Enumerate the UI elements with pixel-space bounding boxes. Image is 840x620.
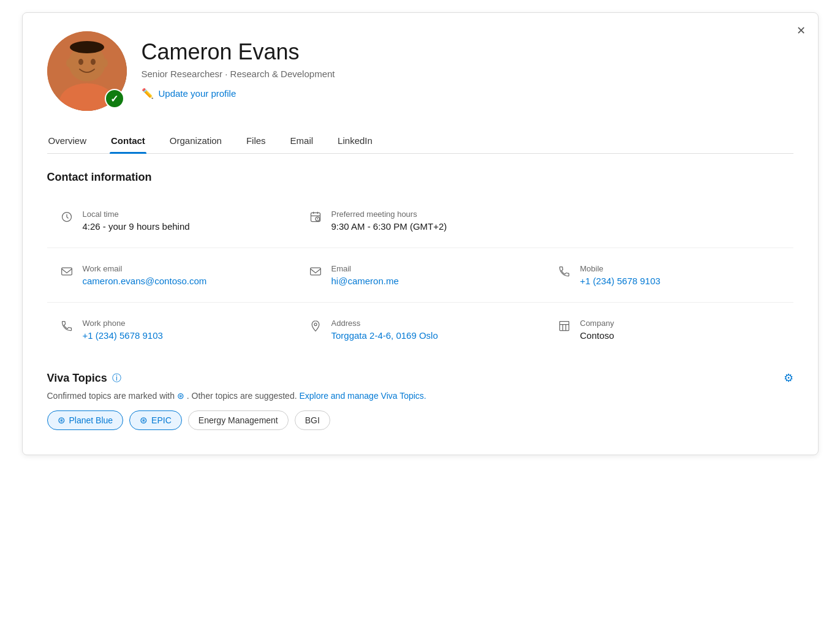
profile-subtitle: Senior Researchesr · Research & Developm… [142, 69, 335, 79]
svg-point-5 [70, 41, 104, 53]
divider1 [47, 248, 793, 248]
contact-section-heading: Contact information [47, 171, 793, 184]
contact-section: Contact information Local time 4:26 - yo… [47, 171, 793, 352]
workphone-label: Work phone [83, 319, 163, 328]
email-label: Email [331, 264, 399, 273]
divider2 [47, 302, 793, 303]
topic-label-planetblue: Planet Blue [69, 415, 113, 425]
work-email-icon [59, 265, 74, 281]
viva-settings-icon[interactable]: ⚙ [784, 371, 793, 385]
contact-item-workemail: Work email cameron.evans@contoso.com [47, 253, 296, 297]
contact-item-company: Company Contoso [545, 308, 793, 352]
workphone-value[interactable]: +1 (234) 5678 9103 [83, 330, 163, 341]
update-profile-button[interactable]: ✏️ Update your profile [142, 88, 335, 99]
topics-row: ⊛ Planet Blue ⊛ EPIC Energy Management B… [47, 410, 793, 430]
viva-topics-section: Viva Topics ⓘ ⚙ Confirmed topics are mar… [47, 371, 793, 430]
topic-chip-epic[interactable]: ⊛ EPIC [129, 410, 182, 430]
tab-contact[interactable]: Contact [110, 129, 146, 153]
explore-viva-link[interactable]: Explore and manage Viva Topics. [299, 391, 426, 401]
topic-label-energymgmt: Energy Management [199, 415, 278, 425]
svg-point-4 [91, 59, 96, 65]
building-icon [557, 320, 572, 335]
close-button[interactable]: ✕ [796, 24, 806, 37]
confirmed-icon-inline: ⊛ [177, 391, 184, 401]
topic-chip-energymgmt[interactable]: Energy Management [188, 410, 289, 430]
contact-item-address: Address Torggata 2-4-6, 0169 Oslo [296, 308, 545, 352]
workemail-label: Work email [83, 264, 207, 273]
profile-card: ✕ [22, 12, 819, 455]
contact-item-workphone: Work phone +1 (234) 5678 9103 [47, 308, 296, 352]
workphone-icon [59, 320, 74, 335]
calendar-clock-icon [308, 211, 323, 226]
viva-description: Confirmed topics are marked with ⊛ . Oth… [47, 391, 793, 401]
workemail-value[interactable]: cameron.evans@contoso.com [83, 276, 207, 286]
viva-topics-title: Viva Topics [47, 372, 107, 385]
contact-grid-row3: Work phone +1 (234) 5678 9103 Address To… [47, 308, 793, 352]
mobile-icon [557, 265, 572, 281]
tab-linkedin[interactable]: LinkedIn [336, 129, 374, 153]
email-value[interactable]: hi@cameron.me [331, 276, 399, 286]
contact-grid-row1: Local time 4:26 - your 9 hours behind Pr… [47, 198, 793, 243]
address-label: Address [331, 319, 438, 328]
topic-confirmed-icon: ⊛ [58, 415, 66, 426]
svg-point-6 [66, 59, 72, 67]
svg-point-7 [102, 59, 108, 67]
company-value: Contoso [580, 330, 615, 341]
contact-item-localtime: Local time 4:26 - your 9 hours behind [47, 198, 296, 243]
email-icon [308, 265, 323, 281]
viva-info-icon[interactable]: ⓘ [112, 372, 121, 384]
svg-point-13 [314, 323, 316, 325]
mobile-label: Mobile [580, 264, 660, 273]
tab-organization[interactable]: Organization [168, 129, 223, 153]
topic-chip-bgi[interactable]: BGI [295, 410, 330, 430]
profile-info: Cameron Evans Senior Researchesr · Resea… [142, 31, 335, 99]
contact-grid-row2: Work email cameron.evans@contoso.com Ema… [47, 253, 793, 297]
topic-chip-planetblue[interactable]: ⊛ Planet Blue [47, 410, 124, 430]
contact-item-meetinghours: Preferred meeting hours 9:30 AM - 6:30 P… [296, 198, 545, 243]
company-label: Company [580, 319, 615, 328]
tab-files[interactable]: Files [245, 129, 267, 153]
contact-item-email: Email hi@cameron.me [296, 253, 545, 297]
pencil-icon: ✏️ [142, 88, 154, 99]
contact-item-mobile: Mobile +1 (234) 5678 9103 [545, 253, 793, 297]
profile-header: ✓ Cameron Evans Senior Researchesr · Res… [47, 31, 793, 111]
topic-label-epic: EPIC [151, 415, 172, 425]
location-icon [308, 320, 323, 335]
profile-name: Cameron Evans [142, 39, 335, 65]
localtime-label: Local time [83, 210, 190, 219]
tab-overview[interactable]: Overview [47, 129, 88, 153]
svg-rect-14 [559, 322, 569, 331]
meetinghours-label: Preferred meeting hours [331, 210, 447, 219]
topic-label-bgi: BGI [305, 415, 320, 425]
topic-confirmed-icon-epic: ⊛ [140, 415, 148, 426]
address-value[interactable]: Torggata 2-4-6, 0169 Oslo [331, 330, 438, 341]
update-profile-label: Update your profile [159, 88, 236, 99]
clock-icon [59, 211, 74, 226]
localtime-value: 4:26 - your 9 hours behind [83, 221, 190, 232]
tabs-bar: Overview Contact Organization Files Emai… [47, 129, 793, 154]
svg-point-3 [78, 59, 83, 65]
tab-email[interactable]: Email [289, 129, 315, 153]
svg-rect-11 [61, 268, 72, 275]
svg-rect-12 [310, 268, 320, 275]
viva-topics-header: Viva Topics ⓘ ⚙ [47, 371, 793, 385]
avatar-container: ✓ [47, 31, 127, 111]
meetinghours-value: 9:30 AM - 6:30 PM (GMT+2) [331, 221, 447, 232]
verified-badge: ✓ [105, 89, 124, 108]
mobile-value[interactable]: +1 (234) 5678 9103 [580, 276, 660, 286]
